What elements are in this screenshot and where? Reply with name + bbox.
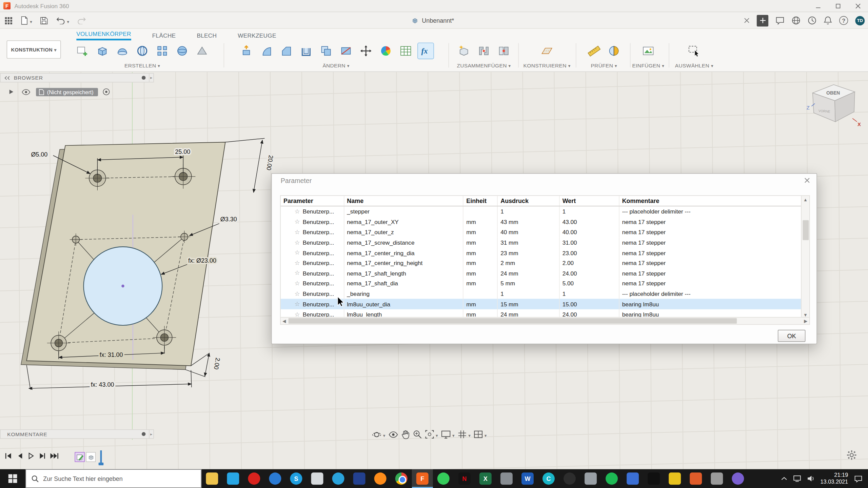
param-comment-cell[interactable]: nema 17 stepper — [619, 217, 801, 227]
parameter-row[interactable]: Benutzerp... lm8uu_outer_dia mm 15 mm 15… — [281, 299, 801, 309]
param-type-cell[interactable]: Benutzerp... — [281, 227, 344, 237]
col-wert[interactable]: Wert — [560, 196, 619, 206]
horizontal-scrollbar[interactable]: ◀ ▶ — [280, 317, 810, 325]
timeline-step-back-icon[interactable] — [17, 452, 23, 460]
parameter-row[interactable]: Benutzerp... _bearing 1 1 --- placeholde… — [281, 289, 801, 299]
param-value-cell[interactable]: 31.00 — [560, 237, 619, 247]
col-einheit[interactable]: Einheit — [463, 196, 498, 206]
param-unit-cell[interactable] — [463, 289, 498, 299]
ok-button[interactable]: OK — [778, 330, 806, 342]
param-unit-cell[interactable]: mm — [463, 217, 498, 227]
create-sketch-icon[interactable] — [75, 43, 90, 59]
param-unit-cell[interactable]: mm — [463, 247, 498, 258]
param-value-cell[interactable]: 15.00 — [560, 299, 619, 309]
param-comment-cell[interactable]: nema 17 stepper — [619, 268, 801, 278]
favorite-star-icon[interactable] — [295, 260, 300, 266]
param-expression-cell[interactable]: 5 mm — [498, 278, 559, 288]
unsaved-document-item[interactable]: (Nicht gespeichert) — [36, 88, 98, 96]
param-expression-cell[interactable]: 15 mm — [498, 299, 559, 309]
parameter-row[interactable]: Benutzerp... nema_17_center_ring_height … — [281, 258, 801, 268]
param-type-cell[interactable]: Benutzerp... — [281, 258, 344, 268]
comments-resize-handle[interactable]: ▸ — [149, 430, 153, 438]
document-tab[interactable]: Unbenannt* — [411, 12, 454, 29]
param-name-cell[interactable]: nema_17_screw_distance — [344, 237, 463, 247]
chrome-icon[interactable] — [391, 469, 412, 488]
param-type-cell[interactable]: Benutzerp... — [281, 247, 344, 258]
grid-snap-icon[interactable] — [458, 429, 471, 439]
param-type-cell[interactable]: Benutzerp... — [281, 278, 344, 288]
app-4-icon[interactable] — [264, 469, 285, 488]
param-comment-cell[interactable]: nema 17 stepper — [619, 258, 801, 268]
param-unit-cell[interactable]: mm — [463, 268, 498, 278]
vertical-scroll-thumb[interactable] — [803, 220, 809, 240]
visibility-eye-icon[interactable] — [22, 89, 31, 95]
activate-component-radio-icon[interactable] — [102, 88, 110, 96]
param-expression-cell[interactable]: 1 — [498, 206, 559, 217]
sweep-icon[interactable] — [135, 43, 150, 59]
timeline-position-marker[interactable] — [100, 450, 102, 464]
horizontal-scroll-thumb[interactable] — [289, 318, 737, 324]
param-name-cell[interactable]: nema_17_center_ring_height — [344, 258, 463, 268]
param-type-cell[interactable]: Benutzerp... — [281, 206, 344, 217]
parameters-fx-icon[interactable]: fx — [418, 43, 434, 59]
hidden-icons-chevron-icon[interactable] — [781, 476, 787, 481]
pan-icon[interactable] — [401, 430, 410, 439]
param-expression-cell[interactable]: 1 — [498, 289, 559, 299]
new-component-icon[interactable] — [456, 43, 472, 59]
timeline-step-forward-icon[interactable] — [39, 452, 45, 460]
web-browser-icon[interactable] — [792, 16, 801, 25]
as-built-joint-icon[interactable] — [496, 43, 512, 59]
sphere-icon[interactable] — [174, 43, 190, 59]
construction-plane-icon[interactable] — [539, 43, 555, 59]
app-21-icon[interactable] — [622, 469, 643, 488]
app-8-icon[interactable] — [349, 469, 370, 488]
file-menu-icon[interactable] — [20, 16, 32, 25]
revolve-icon[interactable] — [115, 43, 130, 59]
scroll-right-icon[interactable]: ▶ — [802, 318, 809, 324]
parameter-row[interactable]: Benutzerp... nema_17_shaft_length mm 24 … — [281, 268, 801, 278]
param-name-cell[interactable]: nema_17_shaft_dia — [344, 278, 463, 288]
param-expression-cell[interactable]: 40 mm — [498, 227, 559, 237]
konstruieren-dropdown[interactable]: KONSTRUIEREN — [519, 62, 574, 68]
parameter-row[interactable]: Benutzerp... nema_17_shaft_dia mm 5 mm 5… — [281, 278, 801, 288]
combine-icon[interactable] — [318, 43, 334, 59]
param-unit-cell[interactable] — [463, 206, 498, 217]
param-value-cell[interactable]: 40.00 — [560, 227, 619, 237]
app-6-icon[interactable] — [307, 469, 328, 488]
parameter-row[interactable]: Benutzerp... _stepper 1 1 --- placeholde… — [281, 206, 801, 217]
auswaehlen-dropdown[interactable]: AUSWÄHLEN — [670, 62, 719, 68]
joint-icon[interactable] — [476, 43, 492, 59]
erstellen-dropdown[interactable]: ERSTELLEN — [65, 62, 219, 68]
favorite-star-icon[interactable] — [295, 311, 300, 318]
param-comment-cell[interactable]: nema 17 stepper — [619, 247, 801, 258]
param-type-cell[interactable]: Benutzerp... — [281, 299, 344, 309]
fit-icon[interactable] — [425, 429, 438, 439]
look-at-icon[interactable] — [389, 431, 398, 438]
undo-icon[interactable] — [56, 16, 69, 25]
tray-display-icon[interactable] — [793, 475, 801, 482]
param-name-cell[interactable]: _stepper — [344, 206, 463, 217]
measure-icon[interactable] — [586, 43, 602, 59]
timeline-sketch-feature[interactable] — [75, 452, 84, 462]
app-23-icon[interactable] — [664, 469, 685, 488]
close-button[interactable] — [848, 0, 868, 12]
action-center-icon[interactable] — [854, 475, 862, 482]
comments-toggle-dot[interactable] — [142, 432, 145, 436]
parameter-row[interactable]: Benutzerp... nema_17_outer_XY mm 43 mm 4… — [281, 217, 801, 227]
favorite-star-icon[interactable] — [295, 250, 300, 256]
comments-bubble-icon[interactable] — [775, 16, 784, 24]
start-button[interactable] — [0, 469, 25, 488]
app-26-icon[interactable] — [727, 469, 748, 488]
appearance-icon[interactable] — [378, 43, 394, 59]
param-type-cell[interactable]: Benutzerp... — [281, 237, 344, 247]
param-unit-cell[interactable]: mm — [463, 258, 498, 268]
firefox-icon[interactable] — [370, 469, 391, 488]
param-name-cell[interactable]: lm8uu_outer_dia — [344, 299, 463, 309]
display-settings-icon[interactable] — [441, 429, 454, 439]
insert-canvas-icon[interactable] — [640, 43, 656, 59]
maximize-button[interactable] — [828, 0, 848, 12]
tab-werkzeuge[interactable]: WERKZEUGE — [238, 32, 276, 40]
browser-resize-handle[interactable]: ▸ — [149, 74, 153, 82]
param-expression-cell[interactable]: 23 mm — [498, 247, 559, 258]
timeline-go-to-end-icon[interactable] — [50, 452, 59, 460]
